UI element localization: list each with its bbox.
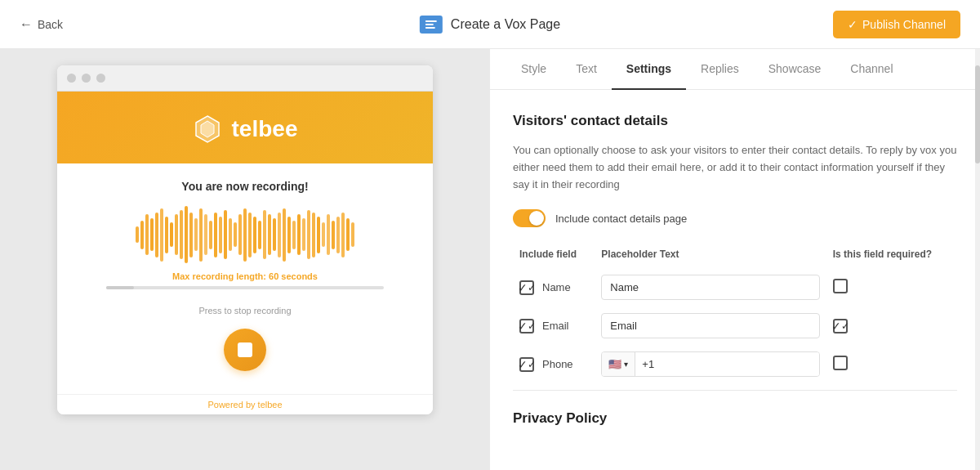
browser-dot-yellow xyxy=(82,74,91,83)
browser-dot-green xyxy=(96,74,105,83)
recording-limit: Max recording length: 60 seconds xyxy=(74,271,416,281)
privacy-section-title: Privacy Policy xyxy=(513,410,957,427)
recording-limit-value: 60 seconds xyxy=(269,271,318,281)
phone-include-checkbox[interactable]: ✓ xyxy=(519,357,534,372)
settings-content: Visitors' contact details You can option… xyxy=(490,90,980,463)
us-flag-icon: 🇺🇸 xyxy=(608,358,621,370)
stop-button-wrapper xyxy=(74,329,416,371)
toggle-row: Include contact details page xyxy=(513,209,957,227)
stop-icon xyxy=(238,342,252,357)
publish-label: Publish Channel xyxy=(862,18,946,31)
waveform xyxy=(74,206,416,263)
tab-style[interactable]: Style xyxy=(506,49,561,90)
back-arrow-icon: ← xyxy=(20,17,33,32)
back-label: Back xyxy=(38,18,63,31)
press-to-stop-label: Press to stop recording xyxy=(74,306,416,316)
phone-required-checkbox[interactable] xyxy=(833,356,848,370)
vox-widget: telbee You are now recording! Max record… xyxy=(57,92,433,414)
name-placeholder-input[interactable] xyxy=(601,275,819,300)
svg-marker-5 xyxy=(201,121,214,137)
widget-header: telbee xyxy=(57,92,433,163)
browser-dot-red xyxy=(67,74,76,83)
checkmark-icon: ✓ xyxy=(848,18,858,31)
name-include-cell: ✓ Name xyxy=(513,268,595,307)
tab-channel[interactable]: Channel xyxy=(835,49,907,90)
name-required-cell xyxy=(826,268,957,307)
name-field-label: Name xyxy=(542,281,571,293)
top-nav: ← Back Create a Vox Page ✓ Publish Chann… xyxy=(0,0,980,49)
email-required-cell: ✓ xyxy=(826,307,957,345)
email-placeholder-input[interactable] xyxy=(601,313,819,338)
email-include-cell: ✓ Email xyxy=(513,307,595,345)
scrollbar-track[interactable] xyxy=(975,49,980,470)
main-content: telbee You are now recording! Max record… xyxy=(0,49,980,470)
progress-bar xyxy=(106,286,384,289)
fields-table: Include field Placeholder Text Is this f… xyxy=(513,244,957,383)
phone-placeholder-cell: 🇺🇸 ▾ xyxy=(595,345,826,383)
name-placeholder-cell xyxy=(595,268,826,307)
phone-input-wrapper: 🇺🇸 ▾ xyxy=(601,351,819,377)
phone-include-cell: ✓ Phone xyxy=(513,345,595,383)
col-placeholder: Placeholder Text xyxy=(595,244,826,268)
phone-number-input[interactable] xyxy=(635,352,818,376)
tab-text[interactable]: Text xyxy=(561,49,612,90)
telbee-logo-text: telbee xyxy=(232,116,298,142)
table-row: ✓ Phone 🇺🇸 ▾ xyxy=(513,345,957,383)
phone-flag-select[interactable]: 🇺🇸 ▾ xyxy=(602,352,635,376)
table-row: ✓ Name xyxy=(513,268,957,307)
name-include-checkbox[interactable]: ✓ xyxy=(519,280,534,295)
progress-bar-fill xyxy=(106,286,134,289)
email-placeholder-cell xyxy=(595,307,826,345)
email-field-label: Email xyxy=(542,320,569,332)
page-icon xyxy=(420,16,443,34)
table-row: ✓ Email ✓ xyxy=(513,307,957,345)
telbee-hex-icon xyxy=(193,114,222,144)
tabs-bar: Style Text Settings Replies Showcase Cha… xyxy=(490,49,980,90)
tab-settings[interactable]: Settings xyxy=(612,49,686,90)
phone-required-cell xyxy=(826,345,957,383)
toggle-knob xyxy=(529,211,544,226)
scrollbar-thumb[interactable] xyxy=(975,65,980,163)
stop-recording-button[interactable] xyxy=(224,329,266,371)
phone-field-label: Phone xyxy=(542,358,573,370)
publish-button[interactable]: ✓ Publish Channel xyxy=(833,11,960,38)
preview-panel: telbee You are now recording! Max record… xyxy=(0,49,490,470)
svg-rect-2 xyxy=(425,24,434,25)
browser-window: telbee You are now recording! Max record… xyxy=(57,65,433,414)
col-include: Include field xyxy=(513,244,595,268)
powered-by: Powered by telbee xyxy=(57,394,433,414)
privacy-section: Privacy Policy xyxy=(513,390,957,427)
recording-label: You are now recording! xyxy=(74,180,416,193)
flag-dropdown-icon: ▾ xyxy=(624,360,628,369)
col-required: Is this field required? xyxy=(826,244,957,268)
recording-limit-text: Max recording length: xyxy=(172,271,266,281)
settings-panel: Style Text Settings Replies Showcase Cha… xyxy=(490,49,980,470)
tab-showcase[interactable]: Showcase xyxy=(754,49,836,90)
name-required-checkbox[interactable] xyxy=(833,279,848,293)
svg-rect-1 xyxy=(425,20,437,22)
toggle-label: Include contact details page xyxy=(555,213,687,225)
back-button[interactable]: ← Back xyxy=(20,17,63,32)
nav-center: Create a Vox Page xyxy=(420,16,560,34)
section-title: Visitors' contact details xyxy=(513,113,957,129)
page-title: Create a Vox Page xyxy=(451,17,560,32)
tab-replies[interactable]: Replies xyxy=(686,49,754,90)
svg-rect-3 xyxy=(425,27,435,29)
section-desc: You can optionally choose to ask your vi… xyxy=(513,142,957,193)
email-include-checkbox[interactable]: ✓ xyxy=(519,319,534,333)
email-required-checkbox[interactable]: ✓ xyxy=(833,319,848,333)
widget-body: You are now recording! Max recording len… xyxy=(57,163,433,394)
browser-bar xyxy=(57,65,433,92)
include-contact-toggle[interactable] xyxy=(513,209,546,227)
